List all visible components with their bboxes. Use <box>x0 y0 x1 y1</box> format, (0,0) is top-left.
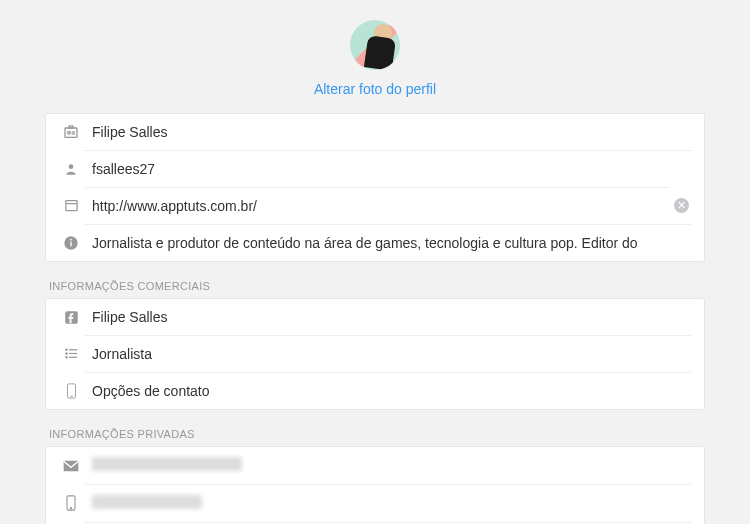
business-header: Informações comerciais <box>49 280 701 292</box>
website-value: http://www.apptuts.com.br/ <box>84 187 670 224</box>
svg-point-10 <box>70 238 72 240</box>
name-value: Filipe Salles <box>84 114 692 150</box>
business-card: Filipe Salles Jornalista Opções de conta… <box>45 298 705 410</box>
website-row[interactable]: http://www.apptuts.com.br/ ✕ <box>46 187 704 224</box>
mail-icon <box>58 460 84 472</box>
svg-point-13 <box>65 349 66 350</box>
email-value <box>84 447 692 484</box>
person-icon <box>58 162 84 176</box>
contact-options-row[interactable]: Opções de contato <box>46 372 704 409</box>
contact-options-value: Opções de contato <box>84 372 692 409</box>
fb-page-row[interactable]: Filipe Salles <box>46 299 704 335</box>
svg-rect-9 <box>70 241 71 246</box>
email-row[interactable] <box>46 447 704 484</box>
category-row[interactable]: Jornalista <box>46 335 704 372</box>
phone-row[interactable] <box>46 484 704 522</box>
facebook-icon <box>58 310 84 325</box>
category-value: Jornalista <box>84 335 692 372</box>
private-header: Informações privadas <box>49 428 701 440</box>
bio-value: Jornalista e produtor de conteúdo na áre… <box>84 224 692 261</box>
change-photo-link[interactable]: Alterar foto do perfil <box>45 81 705 97</box>
svg-rect-1 <box>69 126 73 128</box>
svg-point-2 <box>68 131 71 134</box>
phone-value <box>84 484 692 522</box>
badge-icon <box>58 124 84 140</box>
profile-card: Filipe Salles fsallees27 http://www.appt… <box>45 113 705 262</box>
list-icon <box>58 346 84 361</box>
username-value: fsallees27 <box>84 150 692 187</box>
clear-icon[interactable]: ✕ <box>674 198 689 213</box>
avatar[interactable] <box>350 20 400 70</box>
phone-outline-icon <box>58 383 84 399</box>
info-icon <box>58 235 84 251</box>
svg-rect-6 <box>65 201 76 211</box>
svg-point-15 <box>65 353 66 354</box>
svg-point-5 <box>69 164 74 169</box>
svg-point-22 <box>70 508 71 509</box>
name-row[interactable]: Filipe Salles <box>46 114 704 150</box>
svg-rect-20 <box>64 460 79 471</box>
private-card: Masculino <box>45 446 705 524</box>
username-row[interactable]: fsallees27 <box>46 150 704 187</box>
svg-point-17 <box>65 357 66 358</box>
browser-icon <box>58 198 84 213</box>
bio-row[interactable]: Jornalista e produtor de conteúdo na áre… <box>46 224 704 261</box>
fb-page-value: Filipe Salles <box>84 299 692 335</box>
phone-icon <box>58 495 84 511</box>
